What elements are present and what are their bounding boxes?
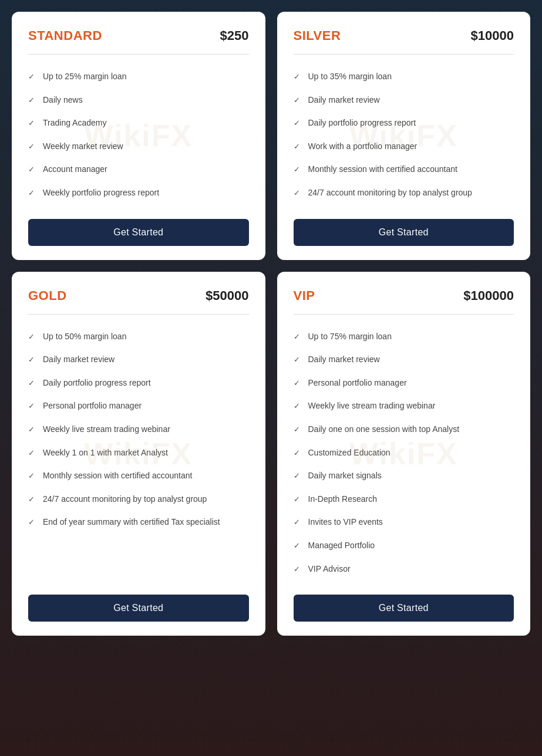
card-silver: WikiFXSILVER$10000✓Up to 35% margin loan… — [277, 12, 531, 260]
get-started-button-gold[interactable]: Get Started — [28, 595, 249, 622]
feature-text: Daily market review — [43, 354, 115, 366]
divider — [294, 54, 514, 55]
list-item: ✓Customized Education — [294, 441, 514, 465]
feature-text: Weekly 1 on 1 with market Analyst — [43, 447, 168, 459]
feature-text: Weekly market review — [43, 141, 123, 153]
check-icon: ✓ — [294, 471, 300, 481]
list-item: ✓Up to 25% margin loan — [28, 65, 249, 89]
list-item: ✓Monthly session with certified accounta… — [28, 464, 249, 488]
card-price-vip: $100000 — [463, 288, 514, 303]
check-icon: ✓ — [294, 95, 300, 106]
check-icon: ✓ — [294, 448, 300, 458]
card-title-vip: VIP — [294, 288, 315, 303]
card-price-standard: $250 — [220, 28, 249, 43]
check-icon: ✓ — [28, 164, 35, 175]
card-header-silver: SILVER$10000 — [294, 28, 514, 43]
card-header-vip: VIP$100000 — [294, 288, 514, 303]
feature-text: Daily one on one session with top Analys… — [308, 424, 460, 436]
feature-text: Daily market review — [308, 95, 380, 106]
list-item: ✓Trading Academy — [28, 112, 249, 135]
check-icon: ✓ — [28, 141, 35, 152]
feature-text: 24/7 account monitoring by top analyst g… — [43, 494, 207, 505]
check-icon: ✓ — [28, 448, 35, 458]
divider — [28, 314, 249, 315]
card-gold: WikiFXGOLD$50000✓Up to 50% margin loan✓D… — [12, 272, 265, 636]
feature-text: Weekly portfolio progress report — [43, 187, 159, 199]
check-icon: ✓ — [294, 494, 300, 505]
list-item: ✓In-Depth Research — [294, 488, 514, 511]
card-header-standard: STANDARD$250 — [28, 28, 249, 43]
get-started-button-standard[interactable]: Get Started — [28, 219, 249, 246]
card-title-standard: STANDARD — [28, 28, 102, 43]
list-item: ✓Account manager — [28, 158, 249, 181]
feature-text: Daily market signals — [308, 470, 382, 482]
feature-text: Daily portfolio progress report — [308, 117, 416, 129]
list-item: ✓VIP Advisor — [294, 558, 514, 581]
list-item: ✓Daily market signals — [294, 464, 514, 488]
feature-list-gold: ✓Up to 50% margin loan✓Daily market revi… — [28, 325, 249, 581]
feature-text: Work with a portfolio manager — [308, 141, 418, 153]
check-icon: ✓ — [28, 332, 35, 342]
check-icon: ✓ — [28, 72, 35, 82]
feature-text: End of year summary with certified Tax s… — [43, 517, 220, 528]
feature-list-vip: ✓Up to 75% margin loan✓Daily market revi… — [294, 325, 514, 581]
list-item: ✓Invites to VIP events — [294, 511, 514, 534]
card-standard: WikiFXSTANDARD$250✓Up to 25% margin loan… — [12, 12, 265, 260]
feature-text: Trading Academy — [43, 117, 106, 129]
list-item: ✓Weekly portfolio progress report — [28, 181, 249, 205]
list-item: ✓Up to 35% margin loan — [294, 65, 514, 89]
check-icon: ✓ — [28, 188, 35, 198]
check-icon: ✓ — [294, 424, 300, 435]
pricing-grid: WikiFXSTANDARD$250✓Up to 25% margin loan… — [12, 12, 530, 636]
feature-text: In-Depth Research — [308, 494, 378, 505]
check-icon: ✓ — [294, 541, 300, 551]
check-icon: ✓ — [294, 72, 300, 82]
divider — [294, 314, 514, 315]
check-icon: ✓ — [294, 517, 300, 528]
list-item: ✓Weekly live stream trading webinar — [28, 418, 249, 441]
check-icon: ✓ — [294, 141, 300, 152]
check-icon: ✓ — [294, 401, 300, 411]
list-item: ✓Weekly 1 on 1 with market Analyst — [28, 441, 249, 465]
feature-text: Up to 25% margin loan — [43, 71, 126, 83]
check-icon: ✓ — [28, 517, 35, 528]
feature-text: 24/7 account monitoring by top analyst g… — [308, 187, 472, 199]
feature-text: Daily news — [43, 95, 83, 106]
check-icon: ✓ — [28, 494, 35, 505]
feature-text: Daily portfolio progress report — [43, 377, 151, 389]
feature-text: Weekly live stream trading webinar — [308, 400, 436, 412]
list-item: ✓Daily portfolio progress report — [28, 372, 249, 395]
list-item: ✓Up to 75% margin loan — [294, 325, 514, 349]
get-started-button-vip[interactable]: Get Started — [294, 595, 514, 622]
feature-text: Customized Education — [308, 447, 390, 459]
divider — [28, 54, 249, 55]
list-item: ✓Daily news — [28, 89, 249, 112]
check-icon: ✓ — [28, 424, 35, 435]
get-started-button-silver[interactable]: Get Started — [294, 219, 514, 246]
list-item: ✓Work with a portfolio manager — [294, 135, 514, 158]
check-icon: ✓ — [28, 378, 35, 389]
check-icon: ✓ — [28, 118, 35, 129]
check-icon: ✓ — [28, 401, 35, 411]
list-item: ✓Weekly live stream trading webinar — [294, 394, 514, 418]
check-icon: ✓ — [294, 118, 300, 129]
feature-text: Up to 35% margin loan — [308, 71, 392, 83]
card-price-silver: $10000 — [471, 28, 514, 43]
list-item: ✓Daily market review — [28, 348, 249, 372]
list-item: ✓Daily one on one session with top Analy… — [294, 418, 514, 441]
card-price-gold: $50000 — [206, 288, 248, 303]
card-header-gold: GOLD$50000 — [28, 288, 249, 303]
feature-text: Monthly session with certified accountan… — [43, 470, 192, 482]
check-icon: ✓ — [294, 164, 300, 175]
feature-text: Invites to VIP events — [308, 517, 383, 528]
card-title-silver: SILVER — [294, 28, 341, 43]
feature-text: Personal portfolio manager — [43, 400, 142, 412]
list-item: ✓Personal portfolio manager — [294, 372, 514, 395]
feature-text: Personal portfolio manager — [308, 377, 407, 389]
feature-list-silver: ✓Up to 35% margin loan✓Daily market revi… — [294, 65, 514, 205]
check-icon: ✓ — [294, 378, 300, 389]
list-item: ✓Daily market review — [294, 348, 514, 372]
feature-text: Weekly live stream trading webinar — [43, 424, 170, 436]
list-item: ✓Monthly session with certified accounta… — [294, 158, 514, 181]
list-item: ✓Weekly market review — [28, 135, 249, 158]
